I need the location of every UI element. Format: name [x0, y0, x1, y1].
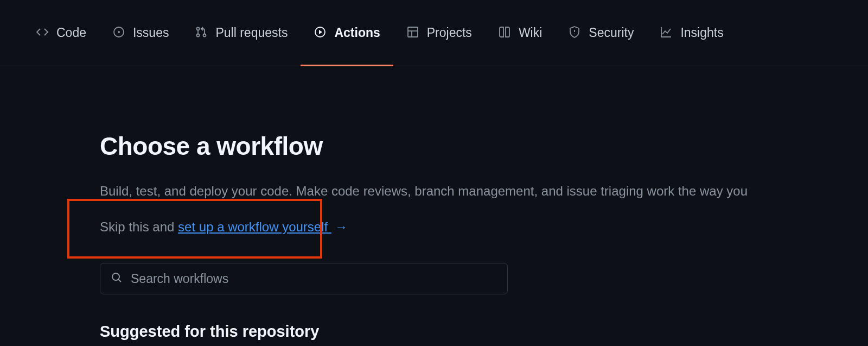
- skip-line: Skip this and set up a workflow yourself…: [100, 217, 868, 237]
- search-workflows-field[interactable]: [100, 263, 508, 294]
- page-title: Choose a workflow: [100, 131, 868, 161]
- issue-icon: [112, 26, 125, 41]
- svg-rect-7: [408, 27, 418, 37]
- git-pull-request-icon: [195, 26, 208, 41]
- suggested-heading: Suggested for this repository: [100, 323, 868, 341]
- tab-actions[interactable]: Actions: [301, 0, 393, 66]
- tab-security[interactable]: Security: [555, 0, 647, 66]
- search-input[interactable]: [131, 272, 497, 286]
- svg-line-13: [118, 279, 121, 282]
- svg-point-12: [112, 273, 119, 280]
- tab-code[interactable]: Code: [23, 0, 99, 66]
- tab-issues[interactable]: Issues: [99, 0, 182, 66]
- repo-nav: Code Issues Pull requests Actions Projec…: [0, 0, 868, 66]
- tab-label: Issues: [133, 27, 169, 39]
- play-circle-icon: [314, 26, 327, 41]
- svg-point-4: [203, 34, 206, 36]
- book-icon: [498, 26, 511, 41]
- svg-point-11: [575, 33, 576, 34]
- tab-projects[interactable]: Projects: [393, 0, 485, 66]
- tab-label: Wiki: [519, 27, 542, 39]
- tab-insights[interactable]: Insights: [647, 0, 736, 66]
- table-icon: [406, 26, 419, 41]
- arrow-right-icon: →: [335, 219, 348, 234]
- tab-label: Insights: [680, 27, 723, 39]
- svg-point-1: [118, 31, 120, 33]
- tab-label: Code: [56, 27, 86, 39]
- svg-point-2: [197, 27, 200, 30]
- page-description: Build, test, and deploy your code. Make …: [100, 181, 868, 201]
- code-icon: [36, 26, 49, 41]
- tab-pull-requests[interactable]: Pull requests: [182, 0, 301, 66]
- tab-label: Actions: [334, 27, 380, 39]
- graph-icon: [660, 26, 673, 41]
- search-icon: [110, 271, 123, 286]
- main-content: Choose a workflow Build, test, and deplo…: [0, 66, 868, 341]
- tab-wiki[interactable]: Wiki: [485, 0, 555, 66]
- tab-label: Pull requests: [215, 27, 288, 39]
- setup-workflow-link[interactable]: set up a workflow yourself: [178, 219, 331, 234]
- shield-icon: [568, 26, 581, 41]
- tab-label: Projects: [427, 27, 472, 39]
- svg-point-3: [197, 34, 200, 36]
- svg-marker-6: [319, 30, 322, 34]
- tab-label: Security: [589, 27, 634, 39]
- skip-prefix: Skip this and: [100, 219, 178, 234]
